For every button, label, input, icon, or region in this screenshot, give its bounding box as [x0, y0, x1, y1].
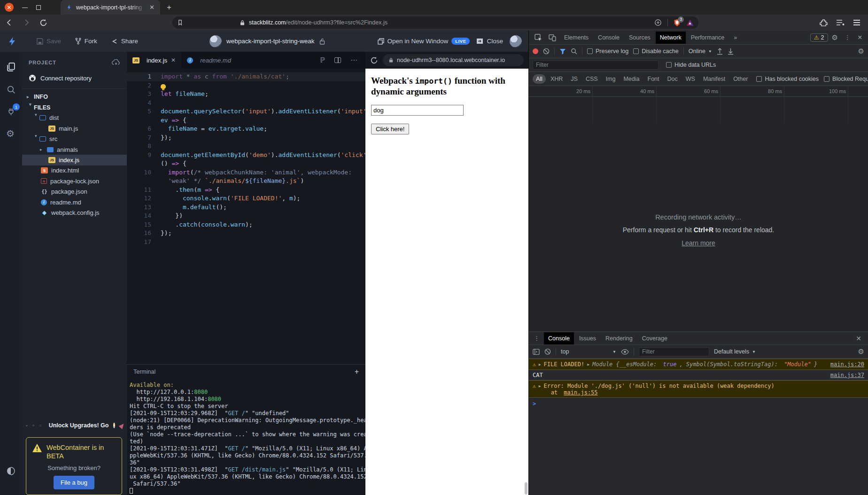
filter-pill-other[interactable]: Other — [730, 74, 751, 84]
prettier-icon[interactable]: ℙ — [320, 56, 325, 64]
drawer-menu-icon[interactable]: ⋮ — [531, 335, 543, 342]
network-request-list[interactable]: Recording network activity… Perform a re… — [529, 97, 868, 331]
network-search-icon[interactable] — [571, 48, 577, 55]
project-owner-avatar[interactable] — [209, 35, 222, 47]
connect-repository-button[interactable]: Connect repository — [22, 71, 127, 89]
theme-toggle-icon[interactable] — [6, 466, 16, 476]
learn-more-link[interactable]: Learn more — [682, 239, 715, 247]
console-source-link[interactable]: main.js:20 — [830, 361, 864, 368]
filter-pill-ws[interactable]: WS — [682, 74, 698, 84]
filter-pill-xhr[interactable]: XHR — [547, 74, 566, 84]
preview-url-bar[interactable]: node-udhrm3--8080.local.webcontainer.io — [383, 54, 524, 66]
drawer-tab-coverage[interactable]: Coverage — [638, 332, 672, 345]
js-context-dropdown[interactable]: top▼ — [561, 348, 616, 355]
bookmark-icon[interactable] — [177, 19, 183, 26]
blocked-requests-checkbox[interactable]: Blocked Requests — [824, 76, 868, 82]
filter-pill-font[interactable]: Font — [644, 74, 663, 84]
code-line[interactable]: 17 — [127, 238, 365, 247]
network-filter-input[interactable] — [533, 61, 659, 70]
devtools-tab-elements[interactable]: Elements — [560, 31, 593, 44]
download-project-icon[interactable] — [112, 59, 120, 66]
file-tree-item-readme-md[interactable]: ireadme.md — [22, 197, 127, 207]
split-editor-icon[interactable] — [334, 57, 341, 63]
tab-close-icon[interactable]: ✕ — [149, 4, 155, 11]
forward-button[interactable] — [23, 19, 30, 26]
devtools-menu-icon[interactable]: ⋮ — [842, 34, 854, 41]
chat-icon[interactable] — [39, 423, 41, 429]
inspect-element-icon[interactable] — [532, 34, 545, 41]
drawer-tab-issues[interactable]: Issues — [575, 332, 600, 345]
devtools-tab-console[interactable]: Console — [594, 31, 624, 44]
close-tab-icon[interactable]: ✕ — [171, 57, 176, 63]
filename-input[interactable] — [371, 105, 464, 116]
filter-pill-js[interactable]: JS — [567, 74, 581, 84]
devtools-warning-badge[interactable]: ⚠2 — [810, 33, 828, 42]
disable-cache-checkbox[interactable]: Disable cache — [633, 48, 679, 55]
clear-console-icon[interactable] — [544, 348, 551, 355]
console-sidebar-icon[interactable] — [533, 349, 540, 355]
code-line[interactable]: 15 .catch(console.warn); — [127, 220, 365, 229]
filter-pill-img[interactable]: Img — [603, 74, 619, 84]
new-tab-button[interactable]: + — [167, 3, 171, 12]
back-button[interactable] — [6, 19, 13, 26]
save-button[interactable]: Save — [37, 38, 61, 45]
search-icon[interactable] — [6, 85, 16, 94]
file-tree-item-info[interactable]: ▸INFO — [22, 92, 127, 102]
hide-data-urls-checkbox[interactable]: Hide data URLs — [666, 62, 716, 68]
filter-pill-media[interactable]: Media — [620, 74, 643, 84]
filter-pill-doc[interactable]: Doc — [664, 74, 681, 84]
settings-gear-icon[interactable]: ⚙ — [6, 128, 15, 139]
network-settings-icon[interactable]: ⚙ — [858, 47, 864, 55]
close-preview-button[interactable]: Close — [476, 38, 503, 45]
file-tree-item-index-html[interactable]: 5index.html — [22, 165, 127, 176]
tab-index-js[interactable]: JS index.js ✕ — [127, 52, 181, 69]
drawer-tab-console[interactable]: Console — [544, 332, 574, 345]
code-line[interactable]: 12 console.warn('FILE LOADED!', m); — [127, 194, 365, 203]
code-line[interactable]: 1import * as c from './animals/cat'; — [127, 72, 365, 81]
code-line[interactable]: 13 m.default(); — [127, 203, 365, 212]
devtools-tab-network[interactable]: Network — [656, 31, 686, 44]
menu-icon[interactable] — [853, 19, 860, 26]
github-footer-icon[interactable] — [32, 422, 34, 429]
drawer-close-icon[interactable]: ✕ — [856, 335, 866, 342]
unlock-icon[interactable] — [319, 38, 325, 45]
device-toolbar-icon[interactable] — [546, 34, 559, 41]
window-minimize-button[interactable]: ― — [22, 4, 28, 11]
file-tree-item-files[interactable]: ▸FILES — [22, 102, 127, 112]
devtools-settings-icon[interactable]: ⚙ — [829, 33, 841, 42]
filter-pill-css[interactable]: CSS — [582, 74, 601, 84]
code-line[interactable]: 7}); — [127, 134, 365, 142]
has-blocked-cookies-checkbox[interactable]: Has blocked cookies — [756, 76, 819, 82]
code-line[interactable]: 3let fileName; — [127, 90, 365, 99]
share-page-icon[interactable] — [654, 19, 662, 26]
file-a-bug-button[interactable]: File a bug — [54, 476, 94, 489]
code-line[interactable]: 2 — [127, 81, 365, 90]
file-tree-item-src[interactable]: ▸src — [22, 134, 127, 144]
code-line[interactable]: () => { — [127, 159, 365, 168]
code-editor[interactable]: 1import * as c from './animals/cat';23le… — [127, 69, 365, 364]
expand-caret-icon[interactable]: ▶ — [587, 362, 589, 367]
window-close-button[interactable]: ✕ — [5, 3, 14, 12]
export-har-icon[interactable] — [728, 48, 734, 55]
console-message[interactable]: ⚠▶Error: Module './dog.js' ('null') is n… — [529, 380, 868, 398]
file-tree-item-animals[interactable]: ▸animals — [22, 144, 127, 155]
log-levels-dropdown[interactable]: Default levels▼ — [714, 348, 756, 355]
code-line[interactable]: 9document.getElementById('demo').addEven… — [127, 151, 365, 160]
fork-button[interactable]: Fork — [75, 38, 97, 45]
file-tree-item-webpack-config-js[interactable]: ◆webpack.config.js — [22, 207, 127, 218]
reading-list-icon[interactable] — [836, 19, 845, 26]
file-tree-item-main-js[interactable]: JSmain.js — [22, 123, 127, 134]
share-button[interactable]: Share — [111, 38, 138, 45]
code-line[interactable]: 11 .then(m => { — [127, 186, 365, 195]
preview-scrollbar-thumb[interactable] — [525, 482, 527, 495]
click-here-button[interactable]: Click here! — [371, 124, 409, 134]
console-settings-icon[interactable]: ⚙ — [858, 347, 864, 356]
devtools-tab-sources[interactable]: Sources — [625, 31, 655, 44]
browser-tab[interactable]: webpack-import-tpl-string ✕ — [61, 0, 160, 15]
file-tree-item-package-lock-json[interactable]: npackage-lock.json — [22, 176, 127, 186]
code-line[interactable]: ev => { — [127, 116, 365, 125]
drawer-tab-rendering[interactable]: Rendering — [601, 332, 637, 345]
open-in-new-window-button[interactable]: Open in New Window LIVE — [378, 38, 470, 45]
code-line[interactable]: 5document.querySelector('input').addEven… — [127, 107, 365, 116]
editor-more-icon[interactable]: ⋯ — [350, 56, 358, 64]
